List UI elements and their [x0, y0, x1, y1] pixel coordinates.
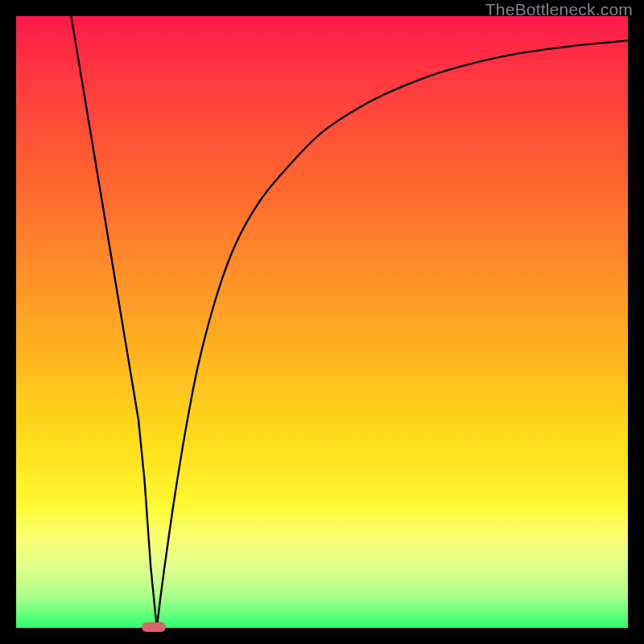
plot-gradient-background: [16, 16, 628, 628]
minimum-marker: [142, 622, 166, 632]
chart-container: TheBottleneck.com: [0, 0, 644, 644]
watermark-text: TheBottleneck.com: [485, 0, 633, 19]
